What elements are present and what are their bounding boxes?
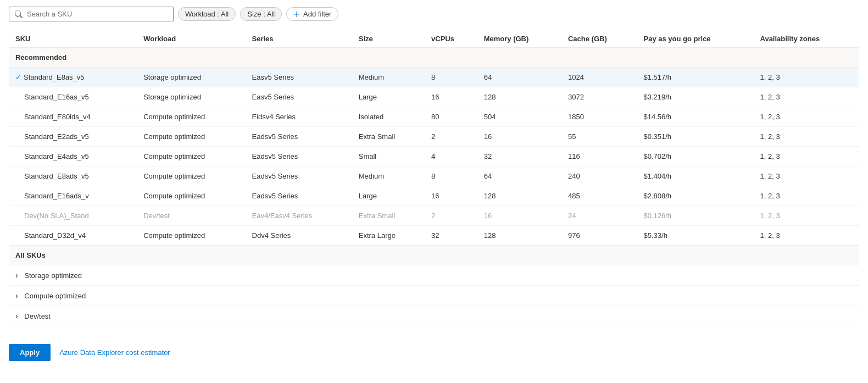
cell-price: $14.56/h bbox=[637, 107, 754, 127]
col-header-workload: Workload bbox=[137, 30, 245, 48]
add-filter-icon bbox=[293, 11, 300, 18]
sku-name: Standard_E4ads_v5 bbox=[24, 152, 89, 160]
cell-workload: Storage optimized bbox=[137, 87, 245, 107]
col-header-size: Size bbox=[352, 30, 425, 48]
cost-estimator-link[interactable]: Azure Data Explorer cost estimator bbox=[59, 348, 170, 357]
cell-zones: 1, 2, 3 bbox=[754, 127, 860, 147]
cell-vcpus: 32 bbox=[425, 226, 477, 246]
group-label: Compute optimized bbox=[24, 292, 86, 300]
cell-size: Extra Small bbox=[352, 206, 425, 226]
sku-name: Standard_E16ads_v bbox=[24, 192, 89, 200]
expand-icon: › bbox=[15, 312, 18, 320]
col-header-sku: SKU bbox=[9, 30, 137, 48]
expand-icon: › bbox=[15, 271, 18, 280]
cell-zones: 1, 2, 3 bbox=[754, 186, 860, 206]
sku-name: Standard_E8ads_v5 bbox=[24, 172, 89, 180]
collapsible-group-1[interactable]: › Compute optimized bbox=[9, 286, 859, 306]
cell-series: Eidsv4 Series bbox=[246, 107, 352, 127]
size-filter-label: Size : All bbox=[247, 10, 275, 18]
table-row[interactable]: Standard_E8ads_v5Compute optimizedEadsv5… bbox=[9, 166, 859, 186]
group-label: Dev/test bbox=[24, 312, 51, 320]
cell-sku: Standard_E2ads_v5 bbox=[9, 127, 137, 147]
cell-size: Medium bbox=[352, 68, 425, 87]
cell-price: $2.808/h bbox=[637, 186, 754, 206]
table-row[interactable]: Standard_E16as_v5Storage optimizedEasv5 … bbox=[9, 87, 859, 107]
cell-workload: Compute optimized bbox=[137, 107, 245, 127]
cell-workload: Compute optimized bbox=[137, 186, 245, 206]
sku-name: Standard_E2ads_v5 bbox=[24, 132, 89, 141]
cell-sku: Standard_D32d_v4 bbox=[9, 226, 137, 246]
apply-button[interactable]: Apply bbox=[9, 344, 51, 361]
expand-icon: › bbox=[15, 291, 18, 300]
search-icon bbox=[15, 10, 23, 18]
footer: Apply Azure Data Explorer cost estimator bbox=[9, 337, 859, 361]
cell-sku: Dev(No SLA)_Stand bbox=[9, 206, 137, 226]
cell-cache: 116 bbox=[561, 147, 637, 166]
cell-vcpus: 16 bbox=[425, 186, 477, 206]
cell-zones: 1, 2, 3 bbox=[754, 68, 860, 87]
cell-workload: Storage optimized bbox=[137, 68, 245, 87]
cell-size: Isolated bbox=[352, 107, 425, 127]
cell-price: $0.702/h bbox=[637, 147, 754, 166]
group-label: Storage optimized bbox=[24, 271, 82, 280]
cell-vcpus: 2 bbox=[425, 206, 477, 226]
col-header-zones: Availability zones bbox=[754, 30, 860, 48]
cell-zones: 1, 2, 3 bbox=[754, 226, 860, 246]
workload-filter-chip[interactable]: Workload : All bbox=[178, 7, 236, 21]
table-row[interactable]: Standard_D32d_v4Compute optimizedDdv4 Se… bbox=[9, 226, 859, 246]
cell-series: Eadsv5 Series bbox=[246, 166, 352, 186]
cell-cache: 976 bbox=[561, 226, 637, 246]
cell-memory: 504 bbox=[477, 107, 561, 127]
cell-price: $3.219/h bbox=[637, 87, 754, 107]
cell-workload: Compute optimized bbox=[137, 147, 245, 166]
workload-filter-label: Workload : All bbox=[185, 10, 229, 18]
cell-zones: 1, 2, 3 bbox=[754, 166, 860, 186]
search-box[interactable] bbox=[9, 7, 174, 21]
cell-price: $0.351/h bbox=[637, 127, 754, 147]
cell-sku: Standard_E16as_v5 bbox=[9, 87, 137, 107]
cell-size: Large bbox=[352, 186, 425, 206]
cell-zones: 1, 2, 3 bbox=[754, 147, 860, 166]
cell-size: Extra Large bbox=[352, 226, 425, 246]
cell-sku: Standard_E8ads_v5 bbox=[9, 166, 137, 186]
cell-cache: 24 bbox=[561, 206, 637, 226]
cell-vcpus: 80 bbox=[425, 107, 477, 127]
col-header-price: Pay as you go price bbox=[637, 30, 754, 48]
section-header-0: Recommended bbox=[9, 48, 859, 68]
table-row[interactable]: Standard_E16ads_vCompute optimizedEadsv5… bbox=[9, 186, 859, 206]
cell-price: $1.517/h bbox=[637, 68, 754, 87]
col-header-memory: Memory (GB) bbox=[477, 30, 561, 48]
collapsible-group-0[interactable]: › Storage optimized bbox=[9, 265, 859, 286]
table-row[interactable]: Standard_E2ads_v5Compute optimizedEadsv5… bbox=[9, 127, 859, 147]
col-header-series: Series bbox=[246, 30, 352, 48]
sku-name: Standard_E8as_v5 bbox=[24, 73, 85, 81]
cell-series: Ddv4 Series bbox=[246, 226, 352, 246]
cell-vcpus: 16 bbox=[425, 87, 477, 107]
cell-sku: Standard_E16ads_v bbox=[9, 186, 137, 206]
cell-cache: 1850 bbox=[561, 107, 637, 127]
cell-vcpus: 8 bbox=[425, 166, 477, 186]
cell-vcpus: 2 bbox=[425, 127, 477, 147]
size-filter-chip[interactable]: Size : All bbox=[240, 7, 282, 21]
cell-sku: ✓ Standard_E8as_v5 bbox=[9, 68, 137, 87]
add-filter-chip[interactable]: Add filter bbox=[286, 7, 338, 21]
cell-series: Eadsv5 Series bbox=[246, 186, 352, 206]
table-row[interactable]: Standard_E80ids_v4Compute optimizedEidsv… bbox=[9, 107, 859, 127]
sku-name: Standard_E16as_v5 bbox=[24, 93, 89, 101]
table-row[interactable]: Standard_E4ads_v5Compute optimizedEadsv5… bbox=[9, 147, 859, 166]
cell-memory: 16 bbox=[477, 127, 561, 147]
cell-price: $1.404/h bbox=[637, 166, 754, 186]
cell-series: Easv5 Series bbox=[246, 68, 352, 87]
cell-cache: 485 bbox=[561, 186, 637, 206]
selected-check-icon: ✓ bbox=[15, 73, 21, 81]
search-input[interactable] bbox=[27, 10, 168, 18]
collapsible-group-2[interactable]: › Dev/test bbox=[9, 306, 859, 326]
cell-size: Extra Small bbox=[352, 127, 425, 147]
cell-sku: Standard_E80ids_v4 bbox=[9, 107, 137, 127]
table-row[interactable]: Dev(No SLA)_StandDev/testEav4/Easv4 Seri… bbox=[9, 206, 859, 226]
section-header-1: All SKUs bbox=[9, 246, 859, 265]
cell-memory: 32 bbox=[477, 147, 561, 166]
cell-workload: Dev/test bbox=[137, 206, 245, 226]
table-row[interactable]: ✓ Standard_E8as_v5Storage optimizedEasv5… bbox=[9, 68, 859, 87]
cell-memory: 128 bbox=[477, 226, 561, 246]
